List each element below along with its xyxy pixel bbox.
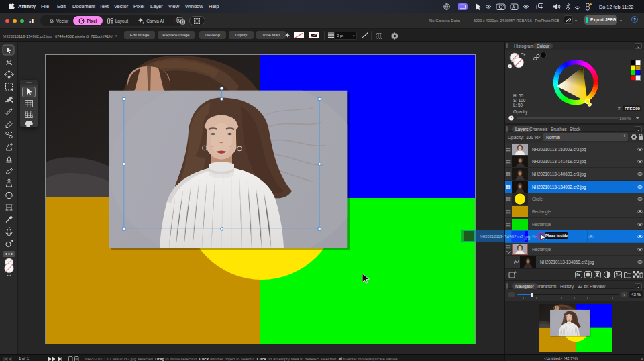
svg-text:FFEC00: FFEC00	[625, 106, 641, 111]
svg-text:100 %: 100 %	[619, 116, 631, 121]
svg-text:H: 55: H: 55	[513, 93, 524, 98]
svg-text:fx: fx	[576, 272, 580, 277]
svg-text:A: A	[512, 5, 515, 9]
svg-text:L: 50: L: 50	[513, 103, 523, 107]
svg-text:Do 12 feb 11:22: Do 12 feb 11:22	[599, 4, 633, 10]
svg-text:NH20210113-13: NH20210113-13	[480, 234, 504, 238]
svg-text:S: 100: S: 100	[513, 98, 526, 103]
svg-text:#:: #:	[618, 106, 622, 111]
